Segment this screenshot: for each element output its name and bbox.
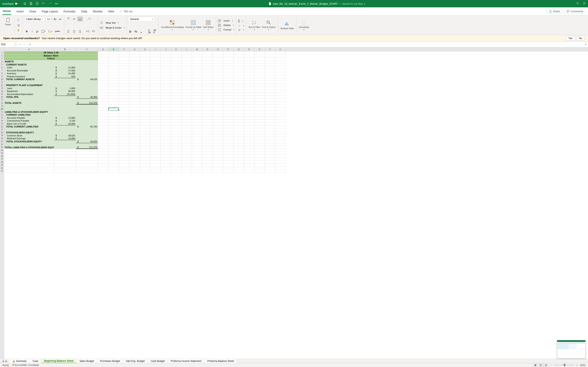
cell-28-A[interactable]: STOCKHOLDERS EQUITY: [4, 131, 54, 134]
cell-38-Q[interactable]: [233, 161, 244, 164]
cell-39-U[interactable]: [275, 164, 286, 167]
cells-area[interactable]: JD Music LoftBalance Sheet9/30/23ASSETSC…: [4, 51, 588, 359]
cell-32-R[interactable]: [244, 143, 254, 146]
col-header-U[interactable]: U: [275, 47, 286, 51]
cell-2-T[interactable]: [265, 54, 275, 58]
cell-18-R[interactable]: [244, 102, 254, 105]
cell-8-C[interactable]: [76, 72, 98, 75]
cell-31-L[interactable]: [182, 140, 192, 143]
cell-27-I[interactable]: [150, 128, 161, 131]
cell-12-F[interactable]: [119, 84, 130, 87]
cell-33-T[interactable]: [265, 146, 275, 149]
cell-9-U[interactable]: [275, 75, 286, 78]
increase-decimal-icon[interactable]: .0.00: [147, 29, 151, 34]
cell-37-D[interactable]: [98, 158, 108, 161]
cell-29-K[interactable]: [171, 134, 182, 137]
cell-38-R[interactable]: [244, 161, 254, 164]
cell-26-P[interactable]: [223, 125, 233, 128]
cell-15-M[interactable]: [192, 93, 202, 96]
cell-31-R[interactable]: [244, 140, 254, 143]
cell-10-C[interactable]: $64,525: [76, 78, 98, 81]
recovery-yes-button[interactable]: Yes: [566, 36, 575, 41]
cell-23-K[interactable]: [171, 117, 182, 119]
analyze-data-button[interactable]: Analyze Data: [280, 21, 295, 30]
cell-23-T[interactable]: [265, 117, 275, 119]
cell-11-M[interactable]: [192, 81, 202, 84]
align-bottom-icon[interactable]: [77, 17, 83, 21]
cell-9-Q[interactable]: [233, 75, 244, 78]
tab-page-layout[interactable]: Page Layout: [42, 8, 58, 15]
cell-35-Q[interactable]: [233, 152, 244, 155]
cell-27-J[interactable]: [161, 128, 171, 131]
cell-33-H[interactable]: [140, 146, 150, 149]
cell-27-C[interactable]: [76, 128, 98, 131]
cell-13-H[interactable]: [140, 87, 150, 90]
cell-31-S[interactable]: [254, 140, 265, 143]
cell-12-L[interactable]: [182, 84, 192, 87]
col-header-T[interactable]: T: [265, 47, 275, 51]
cell-11-T[interactable]: [265, 81, 275, 84]
cell-41-C[interactable]: [76, 170, 98, 173]
cell-3-F[interactable]: [119, 57, 130, 60]
cell-29-E[interactable]: [108, 134, 119, 137]
cell-17-S[interactable]: [254, 99, 265, 102]
cell-30-H[interactable]: [140, 137, 150, 140]
cell-35-T[interactable]: [265, 152, 275, 155]
col-header-O[interactable]: O: [213, 47, 223, 51]
cell-13-S[interactable]: [254, 87, 265, 90]
row-header-36[interactable]: 36: [0, 155, 4, 158]
cell-8-H[interactable]: [140, 72, 150, 75]
cell-7-O[interactable]: [213, 69, 223, 72]
row-header-30[interactable]: 30: [0, 137, 4, 140]
cell-33-B[interactable]: [54, 146, 76, 149]
cell-28-K[interactable]: [171, 131, 182, 134]
cell-13-L[interactable]: [182, 87, 192, 90]
cell-7-T[interactable]: [265, 69, 275, 72]
cell-33-N[interactable]: [202, 146, 213, 149]
cell-33-F[interactable]: [119, 146, 130, 149]
cell-30-K[interactable]: [171, 137, 182, 140]
cell-16-O[interactable]: [213, 96, 223, 99]
cell-19-M[interactable]: [192, 105, 202, 108]
row-header-4[interactable]: 4: [0, 60, 4, 63]
cell-35-E[interactable]: [108, 152, 119, 155]
cell-22-F[interactable]: [119, 114, 130, 117]
cell-40-F[interactable]: [119, 167, 130, 170]
view-page-break-icon[interactable]: ▤: [543, 364, 549, 367]
cell-28-G[interactable]: [130, 131, 140, 134]
cell-13-F[interactable]: [119, 87, 130, 90]
cell-1-J[interactable]: [161, 51, 171, 54]
cell-34-E[interactable]: [108, 149, 119, 152]
cell-19-J[interactable]: [161, 105, 171, 108]
cell-35-N[interactable]: [202, 152, 213, 155]
cell-38-D[interactable]: [98, 161, 108, 164]
cell-7-L[interactable]: [182, 69, 192, 72]
cell-40-L[interactable]: [182, 167, 192, 170]
cell-40-D[interactable]: [98, 167, 108, 170]
cell-2-M[interactable]: [192, 54, 202, 58]
cell-11-F[interactable]: [119, 81, 130, 84]
cell-38-J[interactable]: [161, 161, 171, 164]
cell-14-H[interactable]: [140, 90, 150, 93]
cell-33-U[interactable]: [275, 146, 286, 149]
cell-34-G[interactable]: [130, 149, 140, 152]
cell-11-I[interactable]: [150, 81, 161, 84]
font-name-select[interactable]: Calibri (Body)▾: [25, 17, 45, 22]
cell-30-B[interactable]: $15,000: [54, 137, 76, 140]
cell-21-I[interactable]: [150, 110, 161, 114]
cell-7-H[interactable]: [140, 69, 150, 72]
find-select-button[interactable]: Find & Select▾: [261, 19, 276, 31]
cell-29-G[interactable]: [130, 134, 140, 137]
cell-6-U[interactable]: [275, 66, 286, 69]
cell-18-P[interactable]: [223, 102, 233, 105]
row-header-28[interactable]: 28: [0, 131, 4, 134]
cell-20-E[interactable]: [108, 108, 119, 111]
cell-30-S[interactable]: [254, 137, 265, 140]
cell-30-Q[interactable]: [233, 137, 244, 140]
cell-34-P[interactable]: [223, 149, 233, 152]
align-center-icon[interactable]: [72, 29, 77, 34]
cell-5-J[interactable]: [161, 63, 171, 66]
cell-25-D[interactable]: [98, 122, 108, 125]
cell-17-O[interactable]: [213, 99, 223, 102]
cell-10-H[interactable]: [140, 78, 150, 81]
